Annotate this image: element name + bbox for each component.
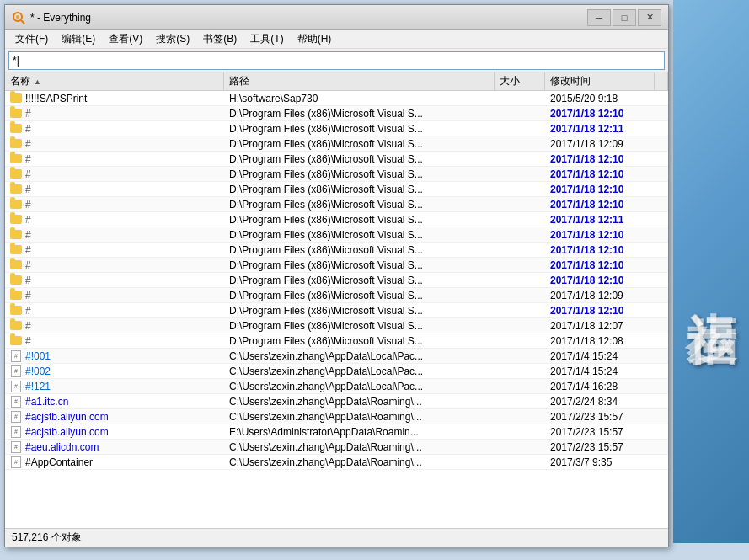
cell-path: D:\Program Files (x86)\Microsoft Visual … <box>224 333 495 348</box>
cell-size <box>495 364 545 378</box>
cell-size <box>495 303 545 317</box>
cell-path: C:\Users\zexin.zhang\AppData\Roaming\... <box>224 409 495 424</box>
folder-icon <box>10 93 22 104</box>
cell-modified: 2017/2/23 15:57 <box>545 440 655 454</box>
table-row[interactable]: !!!!!SAPSPrintH:\software\Sap7302015/5/2… <box>5 91 668 106</box>
folder-icon <box>10 275 22 286</box>
minimize-button[interactable]: ─ <box>587 9 611 26</box>
cell-modified: 2017/2/24 8:34 <box>545 394 655 408</box>
cell-name: # <box>5 182 224 196</box>
cell-path: D:\Program Files (x86)\Microsoft Visual … <box>224 303 495 317</box>
column-modified[interactable]: 修改时间 <box>545 72 655 90</box>
cell-name: ##!001 <box>5 349 224 363</box>
menu-item-help[interactable]: 帮助(H) <box>291 30 339 48</box>
app-icon <box>12 11 25 24</box>
cell-name: ##!002 <box>5 364 224 378</box>
cell-path: C:\Users\zexin.zhang\AppData\Local\Pac..… <box>224 364 495 378</box>
cell-modified: 2017/1/18 12:09 <box>545 288 655 302</box>
title-bar: * - Everything ─ □ ✕ <box>5 5 668 30</box>
table-row[interactable]: #D:\Program Files (x86)\Microsoft Visual… <box>5 273 668 288</box>
column-path[interactable]: 路径 <box>224 72 495 90</box>
cell-path: D:\Program Files (x86)\Microsoft Visual … <box>224 212 495 227</box>
folder-icon <box>10 138 22 150</box>
cell-modified: 2017/1/18 12:10 <box>545 167 655 181</box>
table-row[interactable]: #D:\Program Files (x86)\Microsoft Visual… <box>5 288 668 303</box>
cell-name: ##!121 <box>5 379 224 393</box>
content-area: 名称 ▲ 路径 大小 修改时间 !!!!!SAPSPrintH:\softwar… <box>5 72 668 528</box>
cell-name: # <box>5 136 224 151</box>
menu-item-edit[interactable]: 编辑(E) <box>55 30 102 48</box>
menu-item-search[interactable]: 搜索(S) <box>149 30 196 48</box>
table-row[interactable]: ##!002C:\Users\zexin.zhang\AppData\Local… <box>5 364 668 379</box>
cell-modified: 2017/1/18 12:08 <box>545 333 655 348</box>
search-bar <box>5 49 668 72</box>
cell-modified: 2017/1/18 12:10 <box>545 227 655 242</box>
cell-size <box>495 106 545 120</box>
menu-item-file[interactable]: 文件(F) <box>8 30 55 48</box>
cell-name: ##aeu.alicdn.com <box>5 440 224 454</box>
cell-path: D:\Program Files (x86)\Microsoft Visual … <box>224 288 495 302</box>
cell-size <box>495 440 545 454</box>
cell-modified: 2017/1/18 12:10 <box>545 152 655 166</box>
table-row[interactable]: ##AppContainerC:\Users\zexin.zhang\AppDa… <box>5 455 668 470</box>
table-row[interactable]: #D:\Program Files (x86)\Microsoft Visual… <box>5 136 668 152</box>
folder-icon <box>10 305 22 317</box>
cell-size <box>495 167 545 181</box>
table-row[interactable]: #D:\Program Files (x86)\Microsoft Visual… <box>5 243 668 258</box>
cell-modified: 2017/2/23 15:57 <box>545 424 655 439</box>
table-row[interactable]: ##aeu.alicdn.comC:\Users\zexin.zhang\App… <box>5 440 668 455</box>
folder-icon <box>10 199 22 211</box>
table-row[interactable]: #D:\Program Files (x86)\Microsoft Visual… <box>5 303 668 318</box>
table-row[interactable]: #D:\Program Files (x86)\Microsoft Visual… <box>5 333 668 349</box>
table-row[interactable]: ##a1.itc.cnC:\Users\zexin.zhang\AppData\… <box>5 394 668 409</box>
cell-path: D:\Program Files (x86)\Microsoft Visual … <box>224 243 495 257</box>
cell-path: H:\software\Sap730 <box>224 91 495 105</box>
table-row[interactable]: #D:\Program Files (x86)\Microsoft Visual… <box>5 258 668 273</box>
cell-path: E:\Users\Administrator\AppData\Roamin... <box>224 424 495 439</box>
cell-path: D:\Program Files (x86)\Microsoft Visual … <box>224 258 495 272</box>
table-row[interactable]: ##!001C:\Users\zexin.zhang\AppData\Local… <box>5 349 668 364</box>
table-row[interactable]: ##acjstb.aliyun.comC:\Users\zexin.zhang\… <box>5 409 668 424</box>
cell-modified: 2017/1/18 12:09 <box>545 136 655 151</box>
table-row[interactable]: #D:\Program Files (x86)\Microsoft Visual… <box>5 197 668 212</box>
maximize-button[interactable]: □ <box>613 9 636 26</box>
table-row[interactable]: #D:\Program Files (x86)\Microsoft Visual… <box>5 152 668 167</box>
window-title: * - Everything <box>30 12 587 24</box>
cell-size <box>495 409 545 424</box>
cell-path: D:\Program Files (x86)\Microsoft Visual … <box>224 121 495 136</box>
file-icon: # <box>10 411 22 423</box>
table-row[interactable]: #D:\Program Files (x86)\Microsoft Visual… <box>5 182 668 197</box>
cell-path: D:\Program Files (x86)\Microsoft Visual … <box>224 106 495 120</box>
search-input[interactable] <box>8 51 665 70</box>
table-row[interactable]: #D:\Program Files (x86)\Microsoft Visual… <box>5 106 668 121</box>
menu-bar: 文件(F)编辑(E)查看(V)搜索(S)书签(B)工具(T)帮助(H) <box>5 30 668 49</box>
table-row[interactable]: #D:\Program Files (x86)\Microsoft Visual… <box>5 121 668 136</box>
folder-icon <box>10 168 22 180</box>
table-row[interactable]: #D:\Program Files (x86)\Microsoft Visual… <box>5 227 668 243</box>
table-body[interactable]: !!!!!SAPSPrintH:\software\Sap7302015/5/2… <box>5 91 668 528</box>
cell-size <box>495 379 545 393</box>
cell-path: D:\Program Files (x86)\Microsoft Visual … <box>224 318 495 333</box>
table-row[interactable]: ##!121C:\Users\zexin.zhang\AppData\Local… <box>5 379 668 394</box>
cell-name: # <box>5 303 224 317</box>
scrollbar-corner <box>655 72 668 90</box>
cell-modified: 2017/1/4 16:28 <box>545 379 655 393</box>
table-row[interactable]: #D:\Program Files (x86)\Microsoft Visual… <box>5 167 668 182</box>
window-controls: ─ □ ✕ <box>587 9 661 26</box>
file-icon: # <box>10 396 22 408</box>
cell-path: C:\Users\zexin.zhang\AppData\Local\Pac..… <box>224 379 495 393</box>
cell-size <box>495 394 545 408</box>
menu-item-bookmark[interactable]: 书签(B) <box>196 30 243 48</box>
table-row[interactable]: ##acjstb.aliyun.comE:\Users\Administrato… <box>5 424 668 440</box>
cell-size <box>495 424 545 439</box>
folder-icon <box>10 229 22 241</box>
close-button[interactable]: ✕ <box>638 9 661 26</box>
menu-item-view[interactable]: 查看(V) <box>102 30 149 48</box>
column-name[interactable]: 名称 ▲ <box>5 72 224 90</box>
table-row[interactable]: #D:\Program Files (x86)\Microsoft Visual… <box>5 212 668 227</box>
cell-name: # <box>5 288 224 302</box>
column-size[interactable]: 大小 <box>495 72 545 90</box>
menu-item-tools[interactable]: 工具(T) <box>243 30 290 48</box>
table-row[interactable]: #D:\Program Files (x86)\Microsoft Visual… <box>5 318 668 333</box>
status-text: 517,216 个对象 <box>12 531 82 545</box>
